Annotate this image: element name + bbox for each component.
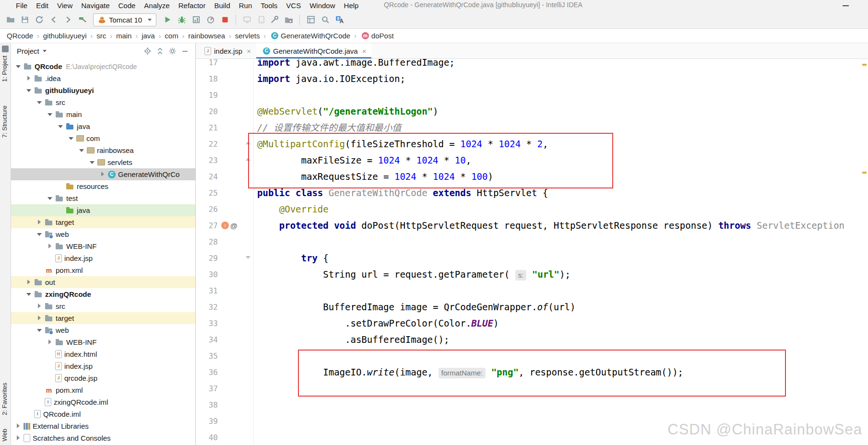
debug-icon[interactable] xyxy=(175,13,188,26)
attach-debugger-icon[interactable] xyxy=(240,13,253,26)
tree-item-test[interactable]: test xyxy=(11,192,195,204)
run-icon[interactable] xyxy=(161,13,174,26)
tree-item-java[interactable]: java xyxy=(11,120,195,132)
tree-item-zxingqrcode-iml[interactable]: IzxingQRcode.iml xyxy=(11,396,195,408)
device-monitor-icon[interactable] xyxy=(255,13,268,26)
code-line[interactable]: protected void doPost(HttpServletRequest… xyxy=(254,217,868,234)
breadcrumb-item-qrcode[interactable]: QRcode xyxy=(6,32,34,40)
menu-window[interactable]: Window xyxy=(305,0,339,11)
tree-item-qrcode-jsp[interactable]: Jqrcode.jsp xyxy=(11,372,195,384)
tree-item-zxingqrcode[interactable]: zxingQRcode xyxy=(11,288,195,300)
tree-item-generatewithqrco[interactable]: CGenerateWithQrCo xyxy=(11,168,195,180)
run-with-coverage-icon[interactable] xyxy=(190,13,202,26)
search-everywhere-icon[interactable] xyxy=(319,13,332,26)
tree-item-rainbowsea[interactable]: rainbowsea xyxy=(11,144,195,156)
menu-view[interactable]: View xyxy=(53,0,77,11)
code-line[interactable] xyxy=(254,397,868,413)
tool-stripe-2-favorites[interactable]: 2: Favorites xyxy=(1,383,8,415)
profiler-icon[interactable] xyxy=(204,13,217,26)
tool-stripe-1-project[interactable]: 1: Project xyxy=(1,56,8,82)
tab-index-jsp[interactable]: Jindex.jsp× xyxy=(198,43,256,59)
tree-item-web[interactable]: web xyxy=(11,228,195,240)
breadcrumb-item-dopost[interactable]: mdoPost xyxy=(359,32,395,40)
code-line[interactable]: @Override xyxy=(254,201,868,217)
overriding-method-icon[interactable]: ↑ xyxy=(221,222,229,229)
chevron-collapsed-icon[interactable] xyxy=(99,168,107,180)
close-icon[interactable]: × xyxy=(247,47,251,55)
build-icon[interactable] xyxy=(76,13,89,26)
code-area[interactable]: import java.awt.image.BufferedImage;impo… xyxy=(254,59,868,445)
breadcrumb-item-generatewithqrcode[interactable]: CGenerateWithQrCode xyxy=(269,32,351,40)
panel-title[interactable]: Project xyxy=(17,47,39,55)
menu-build[interactable]: Build xyxy=(210,0,234,11)
tree-item-out[interactable]: out xyxy=(11,276,195,288)
chevron-collapsed-icon[interactable] xyxy=(25,72,33,84)
tree-item-githubliuyueyi[interactable]: githubliuyueyi xyxy=(11,84,195,96)
code-line[interactable]: public class GenerateWithQrCode extends … xyxy=(254,185,868,201)
tree-item-qrcode-iml[interactable]: IQRcode.iml xyxy=(11,408,195,420)
hide-icon[interactable] xyxy=(179,46,190,57)
breadcrumb-item-servlets[interactable]: servlets xyxy=(234,32,261,40)
menu-edit[interactable]: Edit xyxy=(32,0,53,11)
translate-icon[interactable] xyxy=(333,13,346,26)
settings-icon[interactable] xyxy=(167,46,178,57)
tree-item-src[interactable]: src xyxy=(11,300,195,312)
menu-analyze[interactable]: Analyze xyxy=(140,0,174,11)
code-line[interactable] xyxy=(254,87,868,103)
chevron-down-icon[interactable] xyxy=(43,50,47,52)
code-line[interactable]: @MultipartConfig(fileSizeThreshold = 102… xyxy=(254,136,868,152)
tools-icon[interactable] xyxy=(268,13,281,26)
code-line[interactable]: // 设置传输文件的最大值和最小值 xyxy=(254,119,868,136)
tree-item-com[interactable]: com xyxy=(11,132,195,144)
tab-generatewithqrcode-java[interactable]: CGenerateWithQrCode.java× xyxy=(256,43,372,59)
save-all-icon[interactable] xyxy=(18,13,31,26)
restore-layout-icon[interactable] xyxy=(304,13,317,26)
code-line[interactable]: @WebServlet("/generateWithLogon") xyxy=(254,103,868,119)
tree-item-target[interactable]: target xyxy=(11,312,195,324)
tree-item-idea[interactable]: .idea xyxy=(11,72,195,84)
code-line[interactable]: .asBufferedImage(); xyxy=(254,331,868,348)
open-project-icon[interactable] xyxy=(4,13,17,26)
code-line[interactable] xyxy=(254,234,868,250)
menu-run[interactable]: Run xyxy=(235,0,257,11)
run-config-combo[interactable]: Tomcat 10 xyxy=(93,13,156,26)
code-line[interactable]: String url = request.getParameter( s: "u… xyxy=(254,266,868,282)
annotation-gutter-icon[interactable]: @ xyxy=(230,222,238,230)
code-line[interactable]: ImageIO.write(image, formatName: "png", … xyxy=(254,364,868,380)
breadcrumb-item-githubliuyueyi[interactable]: githubliuyueyi xyxy=(42,32,88,40)
chevron-expanded-icon[interactable] xyxy=(15,60,22,72)
breadcrumb-item-main[interactable]: main xyxy=(115,32,133,40)
chevron-expanded-icon[interactable] xyxy=(78,144,85,156)
chevron-collapsed-icon[interactable] xyxy=(36,312,43,324)
tree-item-resources[interactable]: resources xyxy=(11,180,195,192)
tree-item-index-jsp[interactable]: Jindex.jsp xyxy=(11,252,195,264)
menu-refactor[interactable]: Refactor xyxy=(174,0,210,11)
tree-item-pom-xml[interactable]: mpom.xml xyxy=(11,384,195,396)
code-line[interactable]: BufferedImage image = QrCodeGenWrapper.o… xyxy=(254,299,868,315)
breadcrumb-item-com[interactable]: com xyxy=(164,32,179,40)
chevron-collapsed-icon[interactable] xyxy=(36,216,43,228)
tree-item-target[interactable]: target xyxy=(11,216,195,228)
code-line[interactable]: maxFileSize = 1024 * 1024 * 10, xyxy=(254,152,868,168)
tree-item-index-html[interactable]: Hindex.html xyxy=(11,348,195,360)
code-line[interactable]: import java.io.IOException; xyxy=(254,70,868,87)
chevron-expanded-icon[interactable] xyxy=(36,228,43,240)
tree-item-index-jsp[interactable]: Jindex.jsp xyxy=(11,360,195,372)
menu-tools[interactable]: Tools xyxy=(256,0,282,11)
code-line[interactable] xyxy=(254,348,868,364)
project-structure-icon[interactable] xyxy=(282,13,295,26)
chevron-expanded-icon[interactable] xyxy=(57,120,64,132)
tool-stripe-web[interactable]: Web xyxy=(1,429,8,442)
menu-file[interactable]: File xyxy=(12,0,32,11)
chevron-expanded-icon[interactable] xyxy=(89,156,96,168)
fold-up-icon[interactable] xyxy=(246,158,250,161)
tree-item-web-inf[interactable]: WEB-INF xyxy=(11,240,195,252)
back-icon[interactable] xyxy=(47,13,60,26)
chevron-expanded-icon[interactable] xyxy=(36,324,43,336)
chevron-expanded-icon[interactable] xyxy=(25,84,33,96)
menu-vcs[interactable]: VCS xyxy=(282,0,305,11)
code-line[interactable]: import java.awt.image.BufferedImage; xyxy=(254,59,868,70)
chevron-expanded-icon[interactable] xyxy=(68,132,75,144)
chevron-collapsed-icon[interactable] xyxy=(25,276,33,288)
chevron-expanded-icon[interactable] xyxy=(47,192,54,204)
